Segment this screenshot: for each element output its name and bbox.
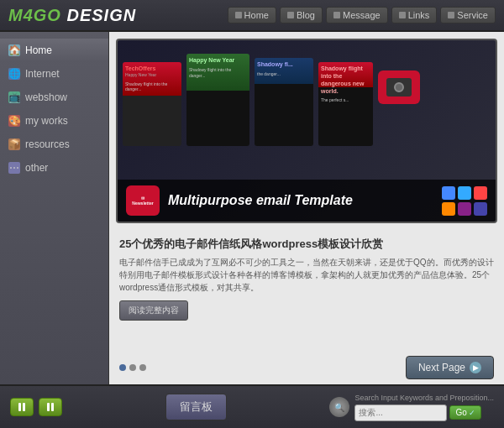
blog-icon [287, 12, 294, 18]
sidebar: 🏠 Home 🌐 Internet 📺 webshow 🎨 my works 📦… [0, 32, 109, 384]
sidebar-item-webshow[interactable]: 📺 webshow [0, 86, 108, 109]
twitter-icon [458, 186, 471, 200]
template-card-1: TechOffers Happy New Year Shadowy flight… [123, 62, 181, 146]
pause-bar-right [23, 403, 25, 411]
logo: M4GO DESIGN [8, 6, 136, 25]
main-nav: Home Blog Message Links Service [228, 7, 496, 23]
footer: 留言板 🔍 Search Input Keywords and Preposit… [0, 384, 504, 428]
next-page-button[interactable]: Next Page ▶ [406, 356, 494, 379]
search-input-row: Go ✓ [354, 405, 480, 421]
message-icon [333, 12, 340, 18]
content-area: TechOffers Happy New Year Shadowy flight… [109, 32, 504, 384]
home-sidebar-icon: 🏠 [8, 44, 20, 56]
search-area: Search Input Keywords and Preposition...… [354, 394, 494, 421]
banner-overlay: ✉ Newsletter Multipurpose email Template [118, 180, 496, 222]
search-section: 🔍 Search Input Keywords and Preposition.… [329, 394, 494, 421]
other-app-icon [474, 202, 487, 216]
comment-button[interactable]: 留言板 [165, 394, 227, 420]
newsletter-badge: ✉ Newsletter [126, 185, 160, 216]
article-body: 电子邮件信手已成成为了互网必不可少的工具之一，当然在天朝来讲，还是优于QQ的。而… [119, 256, 494, 294]
nav-home[interactable]: Home [228, 7, 276, 23]
article: 25个优秀的电子邮件信纸风格wordpress模板设计欣赏 电子邮件信手已成成为… [109, 230, 504, 351]
nav-service[interactable]: Service [440, 7, 496, 23]
banner-tagline: Multipurpose email Template [168, 193, 433, 208]
go-button[interactable]: Go ✓ [449, 405, 480, 420]
logo-design: DESIGN [61, 6, 136, 24]
sidebar-item-resources[interactable]: 📦 resources [0, 133, 108, 156]
camera-body [386, 78, 412, 97]
home-icon [235, 12, 242, 18]
dot-3[interactable] [139, 364, 146, 371]
webshow-sidebar-icon: 📺 [8, 91, 20, 103]
sidebar-item-home[interactable]: 🏠 Home [0, 39, 108, 62]
pause-button-2[interactable] [39, 398, 62, 416]
resources-sidebar-icon: 📦 [8, 138, 20, 150]
camera-image [378, 70, 420, 104]
rss-icon [442, 202, 455, 216]
app-icon-row-1 [442, 186, 487, 200]
player-controls [10, 398, 62, 416]
dot-1[interactable] [119, 364, 126, 371]
dot-2[interactable] [129, 364, 136, 371]
header: M4GO DESIGN Home Blog Message Links Serv… [0, 0, 504, 32]
template-card-3: Shadowy fl... the danger... [255, 58, 313, 146]
other-sidebar-icon: ⋯ [8, 162, 20, 174]
search-avatar-icon: 🔍 [329, 397, 349, 417]
main-layout: 🏠 Home 🌐 Internet 📺 webshow 🎨 my works 📦… [0, 32, 504, 384]
sidebar-item-internet[interactable]: 🌐 Internet [0, 62, 108, 86]
check-icon: ✓ [469, 409, 475, 417]
search-hint: Search Input Keywords and Preposition... [354, 394, 494, 402]
page-dots [119, 364, 146, 371]
nav-message[interactable]: Message [326, 7, 388, 23]
search-input[interactable] [354, 405, 447, 421]
pause-bar2-left [47, 403, 50, 411]
logo-m4go: M4GO [8, 6, 61, 24]
facebook-icon [442, 186, 455, 200]
nav-blog[interactable]: Blog [280, 7, 323, 23]
template-card-4: Shadowy flight into the dangerous new wo… [318, 62, 373, 146]
pause-bar2-right [51, 403, 54, 411]
pause-button-1[interactable] [10, 398, 34, 416]
links-icon [399, 12, 406, 18]
pagination: Next Page ▶ [109, 351, 504, 384]
next-arrow-icon: ▶ [470, 362, 481, 373]
read-more-button[interactable]: 阅读完整内容 [119, 300, 188, 321]
camera-lens [394, 82, 404, 92]
article-title: 25个优秀的电子邮件信纸风格wordpress模板设计欣赏 [119, 237, 494, 252]
service-icon [448, 12, 454, 18]
yahoo-icon [458, 202, 471, 216]
pause-bar-left [18, 403, 21, 411]
banner: TechOffers Happy New Year Shadowy flight… [116, 39, 497, 223]
nav-links[interactable]: Links [391, 7, 438, 23]
youtube-icon [474, 186, 487, 200]
app-icon-row-2 [442, 202, 487, 216]
sidebar-item-myworks[interactable]: 🎨 my works [0, 109, 108, 133]
app-icons [442, 186, 487, 216]
myworks-sidebar-icon: 🎨 [8, 115, 20, 127]
internet-sidebar-icon: 🌐 [8, 68, 20, 80]
template-card-2: Happy New Year Shadowy flight into the d… [186, 54, 249, 146]
sidebar-item-other[interactable]: ⋯ other [0, 156, 108, 180]
